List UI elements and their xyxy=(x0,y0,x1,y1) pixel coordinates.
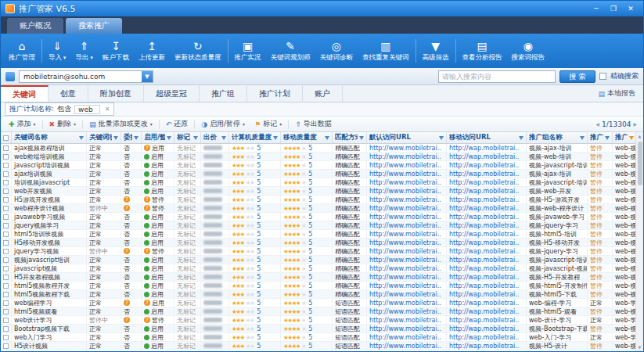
toolbar-item-advanced-filter[interactable]: ▼高级筛选 xyxy=(418,38,454,64)
nav-tab-account-overview[interactable]: 账户概况 xyxy=(7,18,63,34)
row-checkbox[interactable] xyxy=(3,343,9,349)
section-tab-keywords[interactable]: 关键词 xyxy=(1,85,49,102)
column-header[interactable]: 关键词状态 xyxy=(87,132,121,143)
column-header[interactable]: 移动质量度 xyxy=(281,132,333,143)
column-header[interactable]: 推广计划名称 xyxy=(613,132,637,143)
row-checkbox[interactable] xyxy=(3,318,9,323)
row-checkbox[interactable] xyxy=(3,163,9,168)
scrollbar-thumb[interactable] xyxy=(638,142,642,185)
action-toggle[interactable]: ◑启用/暂停▾ xyxy=(196,117,250,131)
column-header[interactable]: 移动访问URL xyxy=(447,132,527,143)
row-checkbox[interactable] xyxy=(3,189,9,194)
filter-funnel-icon[interactable] xyxy=(273,136,278,140)
column-header[interactable]: 匹配方式 xyxy=(333,132,367,143)
row-checkbox[interactable] xyxy=(3,283,9,289)
filter-funnel-icon[interactable] xyxy=(629,136,634,140)
filter-value[interactable]: web xyxy=(74,105,100,114)
row-checkbox[interactable] xyxy=(3,145,9,151)
section-tab-account[interactable]: 账户 xyxy=(303,85,343,102)
action-delete[interactable]: ✖删除▾ xyxy=(45,117,81,131)
column-header[interactable]: 启用/暂停 xyxy=(142,132,174,143)
action-mark[interactable]: ⚑标记▾ xyxy=(250,117,286,131)
scroll-down-icon[interactable]: ▼ xyxy=(639,343,642,351)
row-checkbox[interactable] xyxy=(3,309,9,314)
filter-funnel-icon[interactable] xyxy=(439,136,444,140)
row-checkbox[interactable] xyxy=(3,223,9,228)
filter-funnel-icon[interactable] xyxy=(113,136,118,140)
row-checkbox[interactable] xyxy=(3,335,9,340)
section-tab-extra-creative[interactable]: 附加创意 xyxy=(88,85,144,102)
filter-funnel-icon[interactable] xyxy=(519,136,523,140)
minimize-icon[interactable]: ─ xyxy=(588,2,604,15)
filter-funnel-icon[interactable] xyxy=(580,136,585,140)
row-checkbox[interactable] xyxy=(3,292,9,297)
toolbar-item-find-duplicates[interactable]: ▥查找重复关键词 xyxy=(358,38,414,64)
select-all-checkbox[interactable] xyxy=(3,135,9,141)
row-checkbox[interactable] xyxy=(3,154,9,160)
row-checkbox[interactable] xyxy=(3,180,9,185)
section-tab-super-crown[interactable]: 超级皇冠 xyxy=(144,85,200,102)
row-checkbox[interactable] xyxy=(3,326,9,332)
section-tab-ad-group[interactable]: 推广组 xyxy=(200,85,247,102)
column-header[interactable]: 委托展现 xyxy=(121,132,142,143)
filter-funnel-icon[interactable] xyxy=(134,136,139,140)
toolbar-item-keyword-planner[interactable]: ✎关键词规划师 xyxy=(266,38,315,64)
filter-funnel-icon[interactable] xyxy=(359,136,364,140)
row-checkbox[interactable] xyxy=(3,214,9,220)
toolbar-item-import[interactable]: ⇓导入▾ xyxy=(44,38,71,64)
filter-funnel-icon[interactable] xyxy=(79,136,84,140)
toolbar-item-keyword-diagnose[interactable]: ◎关键词诊断 xyxy=(315,38,358,64)
row-checkbox[interactable] xyxy=(3,197,9,203)
action-export-data[interactable]: ⇑导出数据 xyxy=(290,117,336,131)
row-checkbox[interactable] xyxy=(3,257,9,263)
toolbar-item-export[interactable]: ⇑导出▾ xyxy=(71,38,99,64)
column-header[interactable]: 标记 xyxy=(174,132,201,143)
column-header[interactable]: 推广组名称 xyxy=(527,132,588,143)
account-select[interactable]: mobiletrain@sohu.com ▼ xyxy=(19,70,153,83)
column-header[interactable]: 计算机质量度 xyxy=(229,132,281,143)
remove-filter-icon[interactable]: ✕ xyxy=(105,106,110,113)
next-page-icon[interactable]: ▶ xyxy=(633,121,637,127)
column-header[interactable]: 出价 xyxy=(201,132,229,143)
section-tab-campaign[interactable]: 推广计划 xyxy=(247,85,303,102)
star-icons-empty: ★ xyxy=(301,282,305,289)
row-checkbox[interactable] xyxy=(3,171,9,177)
filter-funnel-icon[interactable] xyxy=(167,136,171,140)
column-header[interactable]: 推广组状态 xyxy=(588,132,613,143)
action-restore[interactable]: ↶还原 xyxy=(161,117,193,131)
column-header[interactable]: 默认访问URL xyxy=(367,132,447,143)
local-report-link[interactable]: ▤ 本地报告 xyxy=(590,85,643,102)
filter-funnel-icon[interactable] xyxy=(193,136,198,140)
section-tab-creative[interactable]: 创意 xyxy=(49,85,88,102)
scroll-up-icon[interactable]: ▲ xyxy=(639,132,642,140)
close-icon[interactable]: ✕ xyxy=(623,2,639,15)
row-checkbox[interactable] xyxy=(3,266,9,271)
search-input[interactable] xyxy=(438,70,556,83)
toolbar-item-analysis-report[interactable]: ▤查看分析报告 xyxy=(458,38,507,64)
filter-funnel-icon[interactable] xyxy=(325,136,329,140)
exact-search-checkbox[interactable] xyxy=(599,73,606,80)
row-checkbox[interactable] xyxy=(3,249,9,254)
prev-page-icon[interactable]: ◀ xyxy=(595,121,599,127)
toolbar-item-refresh-quality[interactable]: ↻更新状态质量度 xyxy=(170,38,226,64)
row-checkbox[interactable] xyxy=(3,232,9,237)
action-bulk-edit[interactable]: ▤批量添加或更改▾ xyxy=(85,117,157,131)
row-checkbox[interactable] xyxy=(3,206,9,211)
action-add[interactable]: ✚添加▾ xyxy=(4,117,41,131)
filter-funnel-icon[interactable] xyxy=(605,136,610,140)
nav-tab-search-promotion[interactable]: 搜索推广 xyxy=(66,18,122,34)
toolbar-item-manage[interactable]: ⌂推广管理 xyxy=(4,38,40,64)
filter-chip[interactable]: 推广计划名称: 包含 web ✕ xyxy=(5,102,114,116)
toolbar-item-upload-update[interactable]: ↥上传更新 xyxy=(134,38,170,64)
column-header[interactable]: 关键词名称 xyxy=(12,132,87,143)
vertical-scrollbar[interactable]: ▲ ▼ xyxy=(635,132,643,351)
maximize-icon[interactable]: ❐ xyxy=(606,2,621,15)
toolbar-item-search-term-report[interactable]: ◉搜索词报告 xyxy=(507,38,550,64)
row-checkbox[interactable] xyxy=(3,240,9,246)
row-checkbox[interactable] xyxy=(3,275,9,280)
search-button[interactable]: 搜 索 xyxy=(559,70,595,83)
filter-funnel-icon[interactable] xyxy=(221,136,226,140)
toolbar-item-live-status[interactable]: ▣推广实况 xyxy=(230,38,266,64)
row-checkbox[interactable] xyxy=(3,300,9,306)
toolbar-item-account-download[interactable]: ↧账户下载 xyxy=(98,38,134,64)
